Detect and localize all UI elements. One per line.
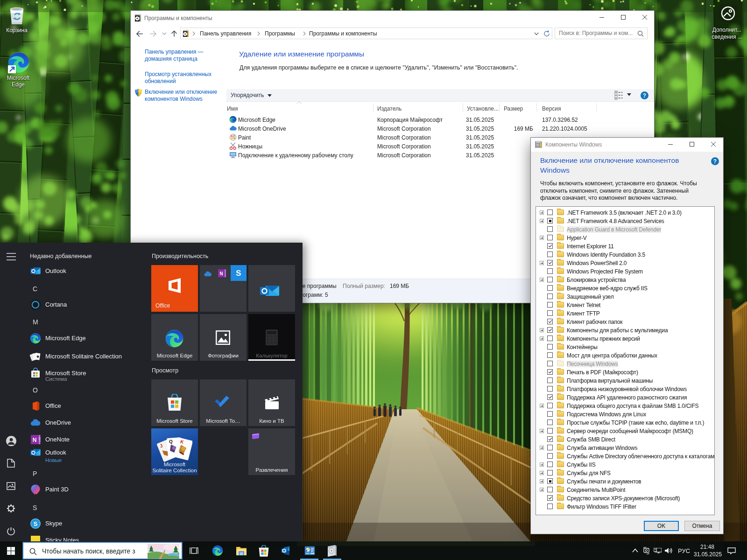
svg-text:S: S: [236, 269, 241, 278]
svg-text:Q: Q: [169, 439, 173, 444]
svg-text:?: ?: [713, 158, 717, 165]
svg-text:N: N: [33, 437, 37, 443]
svg-text:S: S: [34, 520, 38, 527]
svg-text:N: N: [219, 271, 223, 276]
svg-text:?: ?: [643, 92, 646, 99]
